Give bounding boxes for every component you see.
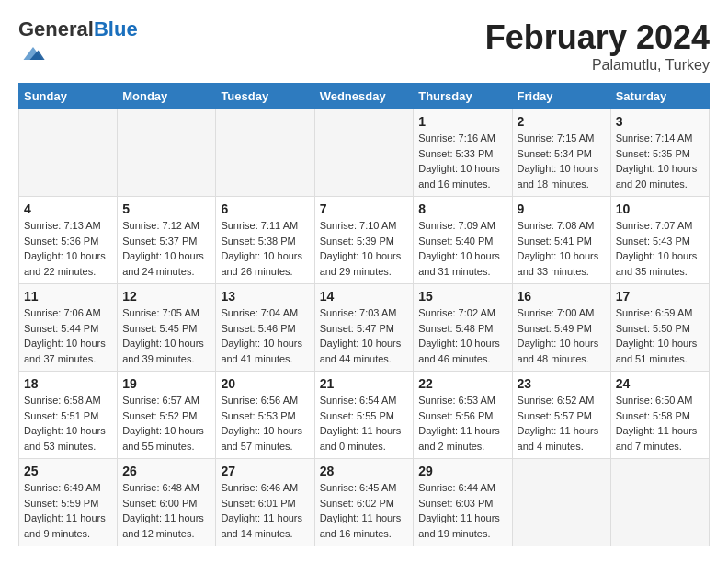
day-number: 15 [418, 289, 506, 304]
weekday-header-saturday: Saturday [610, 84, 709, 109]
day-info: Sunrise: 6:50 AMSunset: 5:58 PMDaylight:… [616, 393, 704, 454]
calendar-cell [19, 109, 118, 197]
calendar-cell: 13Sunrise: 7:04 AMSunset: 5:46 PMDayligh… [216, 284, 314, 372]
day-info: Sunrise: 6:58 AMSunset: 5:51 PMDaylight:… [24, 393, 112, 454]
day-number: 1 [418, 114, 506, 129]
day-info: Sunrise: 6:48 AMSunset: 6:00 PMDaylight:… [122, 480, 210, 541]
calendar-cell: 23Sunrise: 6:52 AMSunset: 5:57 PMDayligh… [512, 372, 610, 459]
day-number: 28 [320, 464, 409, 478]
calendar-week-row: 11Sunrise: 7:06 AMSunset: 5:44 PMDayligh… [19, 284, 710, 372]
weekday-header-friday: Friday [512, 84, 610, 109]
day-number: 16 [518, 289, 606, 304]
day-number: 25 [24, 464, 112, 478]
day-number: 23 [518, 376, 606, 391]
day-number: 3 [616, 114, 704, 129]
day-info: Sunrise: 6:56 AMSunset: 5:53 PMDaylight:… [221, 393, 309, 454]
day-number: 18 [24, 376, 112, 391]
day-number: 17 [616, 289, 704, 304]
calendar-cell: 20Sunrise: 6:56 AMSunset: 5:53 PMDayligh… [216, 372, 314, 459]
calendar-cell: 7Sunrise: 7:10 AMSunset: 5:39 PMDaylight… [314, 197, 414, 284]
calendar-cell: 10Sunrise: 7:07 AMSunset: 5:43 PMDayligh… [610, 197, 709, 284]
day-number: 12 [122, 289, 210, 304]
day-info: Sunrise: 7:11 AMSunset: 5:38 PMDaylight:… [221, 218, 309, 279]
day-number: 22 [418, 376, 506, 391]
day-info: Sunrise: 6:53 AMSunset: 5:56 PMDaylight:… [418, 393, 506, 454]
day-number: 10 [616, 201, 704, 216]
weekday-header-thursday: Thursday [414, 84, 512, 109]
day-info: Sunrise: 7:04 AMSunset: 5:46 PMDaylight:… [221, 305, 309, 366]
calendar-cell: 29Sunrise: 6:44 AMSunset: 6:03 PMDayligh… [414, 459, 512, 546]
calendar-cell [314, 109, 414, 197]
day-number: 21 [320, 376, 409, 391]
calendar-cell: 5Sunrise: 7:12 AMSunset: 5:37 PMDaylight… [118, 197, 216, 284]
location-subtitle: Palamutlu, Turkey [485, 57, 710, 74]
calendar-cell: 25Sunrise: 6:49 AMSunset: 5:59 PMDayligh… [19, 459, 118, 546]
day-number: 24 [616, 376, 704, 391]
day-info: Sunrise: 7:00 AMSunset: 5:49 PMDaylight:… [518, 305, 606, 366]
calendar-cell: 24Sunrise: 6:50 AMSunset: 5:58 PMDayligh… [610, 372, 709, 459]
calendar-week-row: 18Sunrise: 6:58 AMSunset: 5:51 PMDayligh… [19, 372, 710, 459]
logo-general: General [18, 17, 94, 40]
day-info: Sunrise: 7:05 AMSunset: 5:45 PMDaylight:… [122, 305, 210, 366]
title-block: February 2024 Palamutlu, Turkey [485, 18, 710, 74]
day-number: 13 [221, 289, 309, 304]
calendar-cell: 19Sunrise: 6:57 AMSunset: 5:52 PMDayligh… [118, 372, 216, 459]
calendar-cell: 17Sunrise: 6:59 AMSunset: 5:50 PMDayligh… [610, 284, 709, 372]
month-title: February 2024 [485, 18, 710, 57]
day-number: 7 [320, 201, 409, 216]
day-info: Sunrise: 6:54 AMSunset: 5:55 PMDaylight:… [320, 393, 409, 454]
calendar-cell [610, 459, 709, 546]
calendar-week-row: 4Sunrise: 7:13 AMSunset: 5:36 PMDaylight… [19, 197, 710, 284]
calendar-cell [118, 109, 216, 197]
day-number: 26 [122, 464, 210, 478]
day-info: Sunrise: 7:03 AMSunset: 5:47 PMDaylight:… [320, 305, 409, 366]
calendar-cell: 28Sunrise: 6:45 AMSunset: 6:02 PMDayligh… [314, 459, 414, 546]
day-info: Sunrise: 6:44 AMSunset: 6:03 PMDaylight:… [418, 480, 506, 541]
day-info: Sunrise: 7:10 AMSunset: 5:39 PMDaylight:… [320, 218, 409, 279]
day-number: 19 [122, 376, 210, 391]
calendar-week-row: 1Sunrise: 7:16 AMSunset: 5:33 PMDaylight… [19, 109, 710, 197]
weekday-header-monday: Monday [118, 84, 216, 109]
calendar-cell: 11Sunrise: 7:06 AMSunset: 5:44 PMDayligh… [19, 284, 118, 372]
logo-blue: Blue [94, 17, 138, 40]
day-info: Sunrise: 7:02 AMSunset: 5:48 PMDaylight:… [418, 305, 506, 366]
day-number: 29 [418, 464, 506, 478]
calendar-cell: 16Sunrise: 7:00 AMSunset: 5:49 PMDayligh… [512, 284, 610, 372]
day-info: Sunrise: 7:16 AMSunset: 5:33 PMDaylight:… [418, 131, 506, 191]
page-header: GeneralBlue February 2024 Palamutlu, Tur… [18, 18, 710, 74]
calendar-cell [512, 459, 610, 546]
calendar-cell: 18Sunrise: 6:58 AMSunset: 5:51 PMDayligh… [19, 372, 118, 459]
day-info: Sunrise: 7:07 AMSunset: 5:43 PMDaylight:… [616, 218, 704, 279]
day-info: Sunrise: 7:14 AMSunset: 5:35 PMDaylight:… [616, 131, 704, 191]
day-number: 6 [221, 201, 309, 216]
calendar-cell: 14Sunrise: 7:03 AMSunset: 5:47 PMDayligh… [314, 284, 414, 372]
calendar-week-row: 25Sunrise: 6:49 AMSunset: 5:59 PMDayligh… [19, 459, 710, 546]
day-number: 20 [221, 376, 309, 391]
day-info: Sunrise: 6:59 AMSunset: 5:50 PMDaylight:… [616, 305, 704, 366]
calendar-cell: 12Sunrise: 7:05 AMSunset: 5:45 PMDayligh… [118, 284, 216, 372]
calendar-cell: 1Sunrise: 7:16 AMSunset: 5:33 PMDaylight… [414, 109, 512, 197]
calendar-cell: 4Sunrise: 7:13 AMSunset: 5:36 PMDaylight… [19, 197, 118, 284]
day-info: Sunrise: 7:12 AMSunset: 5:37 PMDaylight:… [122, 218, 210, 279]
weekday-header-tuesday: Tuesday [216, 84, 314, 109]
calendar-cell [216, 109, 314, 197]
calendar-cell: 26Sunrise: 6:48 AMSunset: 6:00 PMDayligh… [118, 459, 216, 546]
day-info: Sunrise: 7:06 AMSunset: 5:44 PMDaylight:… [24, 305, 112, 366]
calendar-cell: 22Sunrise: 6:53 AMSunset: 5:56 PMDayligh… [414, 372, 512, 459]
day-info: Sunrise: 6:49 AMSunset: 5:59 PMDaylight:… [24, 480, 112, 541]
calendar-header-row: SundayMondayTuesdayWednesdayThursdayFrid… [19, 84, 710, 109]
day-number: 14 [320, 289, 409, 304]
calendar-cell: 6Sunrise: 7:11 AMSunset: 5:38 PMDaylight… [216, 197, 314, 284]
calendar-cell: 9Sunrise: 7:08 AMSunset: 5:41 PMDaylight… [512, 197, 610, 284]
day-info: Sunrise: 6:57 AMSunset: 5:52 PMDaylight:… [122, 393, 210, 454]
day-number: 27 [221, 464, 309, 478]
weekday-header-wednesday: Wednesday [314, 84, 414, 109]
day-info: Sunrise: 7:13 AMSunset: 5:36 PMDaylight:… [24, 218, 112, 279]
day-number: 11 [24, 289, 112, 304]
calendar-cell: 21Sunrise: 6:54 AMSunset: 5:55 PMDayligh… [314, 372, 414, 459]
day-number: 4 [24, 201, 112, 216]
day-info: Sunrise: 6:45 AMSunset: 6:02 PMDaylight:… [320, 480, 409, 541]
calendar-cell: 15Sunrise: 7:02 AMSunset: 5:48 PMDayligh… [414, 284, 512, 372]
day-info: Sunrise: 7:09 AMSunset: 5:40 PMDaylight:… [418, 218, 506, 279]
day-info: Sunrise: 6:46 AMSunset: 6:01 PMDaylight:… [221, 480, 309, 541]
